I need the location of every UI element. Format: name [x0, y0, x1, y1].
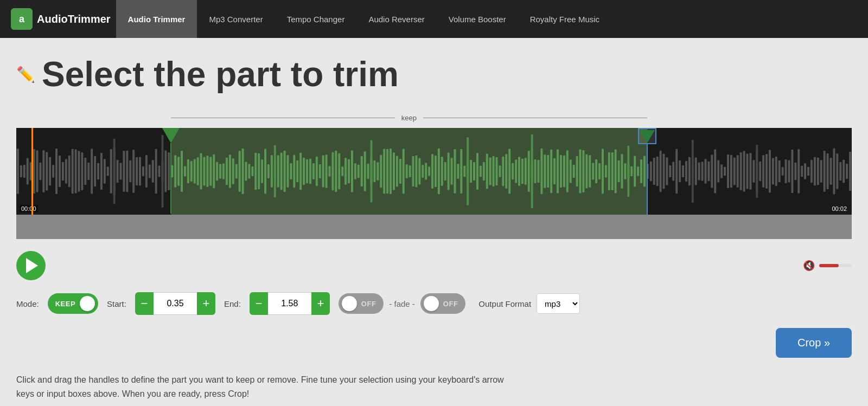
svg-rect-176: [582, 150, 584, 192]
svg-rect-68: [235, 164, 238, 179]
svg-rect-148: [493, 156, 495, 186]
svg-rect-199: [656, 157, 659, 186]
svg-rect-258: [846, 164, 848, 179]
svg-rect-13: [59, 156, 61, 187]
svg-rect-134: [448, 153, 450, 190]
svg-rect-253: [830, 158, 832, 184]
svg-rect-60: [209, 157, 212, 185]
svg-rect-245: [804, 163, 806, 179]
svg-rect-169: [560, 155, 562, 188]
svg-rect-103: [348, 159, 350, 183]
svg-rect-53: [187, 159, 189, 184]
play-icon: [26, 258, 38, 273]
svg-rect-212: [698, 163, 700, 181]
nav-link-tempo-changer[interactable]: Tempo Changer: [275, 0, 357, 38]
handle-right-line: [647, 144, 648, 215]
crop-button[interactable]: Crop »: [776, 328, 852, 358]
end-plus-button[interactable]: +: [311, 292, 330, 315]
svg-rect-112: [376, 162, 379, 181]
svg-rect-135: [451, 158, 453, 184]
svg-rect-166: [550, 150, 552, 193]
svg-rect-173: [573, 165, 575, 178]
svg-rect-237: [778, 160, 781, 182]
svg-rect-39: [142, 166, 144, 176]
svg-rect-157: [521, 159, 524, 184]
svg-rect-187: [618, 160, 620, 183]
handle-right[interactable]: [638, 128, 656, 215]
handle-left[interactable]: [162, 128, 180, 214]
svg-rect-132: [441, 157, 443, 186]
nav-link-volume-booster[interactable]: Volume Booster: [437, 0, 518, 38]
svg-rect-65: [226, 158, 228, 185]
end-input[interactable]: [268, 292, 311, 315]
svg-rect-25: [97, 163, 99, 180]
start-minus-button[interactable]: −: [135, 292, 154, 315]
svg-rect-90: [306, 159, 308, 183]
svg-rect-96: [326, 154, 328, 188]
svg-rect-77: [264, 149, 266, 194]
svg-rect-2: [23, 165, 25, 178]
svg-rect-67: [232, 158, 234, 184]
main-content: ✏️ Select the part to trim keep: [0, 38, 868, 406]
svg-rect-104: [351, 151, 353, 192]
svg-rect-181: [598, 163, 601, 179]
svg-rect-32: [120, 163, 122, 179]
start-plus-button[interactable]: +: [197, 292, 215, 315]
svg-rect-88: [299, 153, 302, 190]
svg-rect-171: [566, 150, 569, 192]
svg-rect-114: [383, 149, 385, 194]
handle-right-box: [638, 128, 656, 144]
waveform[interactable]: 00:00 00:02: [16, 128, 852, 215]
svg-rect-133: [444, 162, 446, 181]
svg-rect-127: [425, 163, 427, 179]
svg-rect-22: [87, 163, 90, 180]
svg-rect-188: [621, 154, 623, 189]
page-title: Select the part to trim: [42, 54, 399, 94]
fade-toggle-1[interactable]: OFF: [339, 293, 384, 314]
svg-rect-262: [274, 145, 276, 197]
start-input[interactable]: [154, 292, 197, 315]
output-format-select[interactable]: mp3 wav ogg m4a: [537, 293, 580, 314]
svg-rect-69: [239, 151, 241, 191]
svg-rect-92: [312, 163, 315, 179]
svg-rect-94: [319, 164, 321, 178]
svg-rect-144: [480, 166, 482, 177]
fade-toggle-2[interactable]: OFF: [420, 293, 466, 314]
svg-rect-61: [213, 154, 215, 188]
svg-rect-141: [470, 160, 472, 183]
nav-link-audio-reverser[interactable]: Audio Reverser: [356, 0, 436, 38]
svg-rect-54: [190, 161, 193, 182]
volume-icon: 🔇: [803, 260, 815, 272]
play-button[interactable]: [16, 251, 46, 280]
svg-rect-108: [364, 151, 366, 191]
svg-rect-192: [634, 156, 636, 186]
svg-rect-75: [258, 153, 260, 189]
volume-bar[interactable]: [819, 264, 852, 267]
svg-rect-267: [692, 140, 694, 203]
svg-rect-51: [181, 151, 183, 192]
svg-rect-31: [117, 160, 119, 183]
nav-link-mp3-converter[interactable]: Mp3 Converter: [197, 0, 275, 38]
svg-rect-159: [528, 151, 530, 192]
nav-link-audio-trimmer[interactable]: Audio Trimmer: [116, 0, 197, 38]
svg-rect-113: [380, 155, 382, 188]
end-minus-button[interactable]: −: [250, 292, 268, 315]
svg-rect-161: [534, 159, 537, 183]
svg-rect-41: [149, 165, 151, 178]
svg-rect-163: [540, 149, 542, 194]
svg-rect-175: [579, 149, 582, 193]
svg-rect-74: [254, 153, 257, 190]
svg-rect-205: [675, 149, 678, 194]
waveform-svg: [16, 128, 852, 215]
svg-rect-10: [49, 157, 51, 186]
svg-rect-243: [797, 149, 800, 194]
nav-link-royalty-free-music[interactable]: Royalty Free Music: [518, 0, 611, 38]
svg-rect-203: [669, 165, 671, 177]
svg-rect-106: [358, 165, 360, 178]
mode-toggle-text: KEEP: [55, 300, 75, 308]
svg-rect-180: [595, 159, 597, 183]
svg-rect-147: [489, 158, 492, 185]
mode-toggle[interactable]: KEEP: [48, 293, 98, 314]
svg-rect-223: [733, 157, 736, 185]
svg-rect-215: [707, 162, 710, 182]
